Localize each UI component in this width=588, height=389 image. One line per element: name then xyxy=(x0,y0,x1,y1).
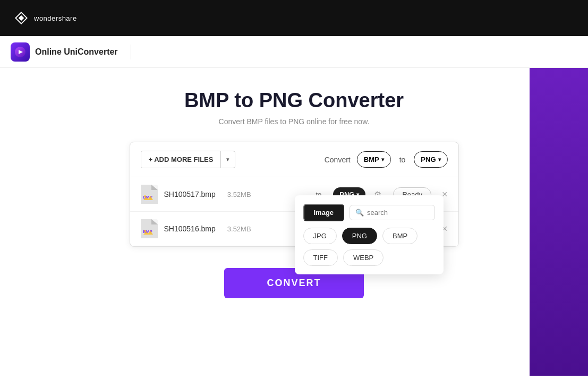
nav-bar: Online UniConverter xyxy=(0,36,588,68)
from-format-arrow: ▾ xyxy=(381,157,384,162)
file-size-2: 3.52MB xyxy=(227,225,251,233)
app-logo: Online UniConverter xyxy=(11,42,118,62)
format-option-png[interactable]: PNG xyxy=(342,228,377,244)
to-format-arrow: ▾ xyxy=(438,157,441,162)
search-box: 🔍 xyxy=(350,205,434,220)
to-format-button[interactable]: PNG ▾ xyxy=(414,151,447,168)
format-options: JPG PNG BMP TIFF WEBP xyxy=(303,228,435,266)
image-tab-button[interactable]: Image xyxy=(303,204,345,221)
to-text: to xyxy=(399,155,406,164)
add-files-arrow[interactable]: ▾ xyxy=(221,152,235,167)
converter-panel: + ADD MORE FILES ▾ Convert BMP ▾ to PNG … xyxy=(130,142,459,247)
from-format-button[interactable]: BMP ▾ xyxy=(357,151,391,168)
add-files-label: + ADD MORE FILES xyxy=(141,151,221,168)
format-dropdown-popup: Image 🔍 JPG PNG BMP TIFF WEBP xyxy=(295,195,444,274)
toolbar-row: + ADD MORE FILES ▾ Convert BMP ▾ to PNG … xyxy=(130,142,458,177)
search-input[interactable] xyxy=(367,209,410,217)
format-option-tiff[interactable]: TIFF xyxy=(303,249,338,266)
add-files-button[interactable]: + ADD MORE FILES ▾ xyxy=(141,151,236,168)
top-bar: wondershare xyxy=(0,0,588,36)
from-format-text: BMP xyxy=(364,155,379,163)
page-subtitle: Convert BMP files to PNG online for free… xyxy=(219,117,370,126)
wondershare-logo-icon xyxy=(13,10,30,27)
format-option-bmp[interactable]: BMP xyxy=(382,228,417,244)
format-option-webp[interactable]: WEBP xyxy=(343,249,384,266)
search-icon: 🔍 xyxy=(355,209,364,217)
app-icon xyxy=(11,42,30,62)
to-format-text: PNG xyxy=(421,155,436,163)
app-name: Online UniConverter xyxy=(35,47,118,57)
file-name-1: SH100517.bmp xyxy=(164,190,216,198)
file-icon-2: BMP xyxy=(141,219,158,238)
dropdown-header: Image 🔍 xyxy=(303,204,435,221)
svg-point-7 xyxy=(144,230,146,232)
nav-divider xyxy=(131,45,131,59)
page-title: BMP to PNG Converter xyxy=(184,89,404,112)
wondershare-logo-text: wondershare xyxy=(34,14,77,22)
main-content: BMP to PNG Converter Convert BMP files t… xyxy=(0,68,588,389)
format-option-jpg[interactable]: JPG xyxy=(303,228,337,244)
svg-point-4 xyxy=(144,195,146,197)
content-inner: BMP to PNG Converter Convert BMP files t… xyxy=(0,89,588,298)
file-name-2: SH100516.bmp xyxy=(164,224,216,233)
logo-area: wondershare xyxy=(13,10,77,27)
convert-label: Convert xyxy=(325,155,351,164)
file-icon-1: BMP xyxy=(141,185,158,204)
uniconverter-icon xyxy=(14,46,26,58)
file-size-1: 3.52MB xyxy=(227,191,251,198)
